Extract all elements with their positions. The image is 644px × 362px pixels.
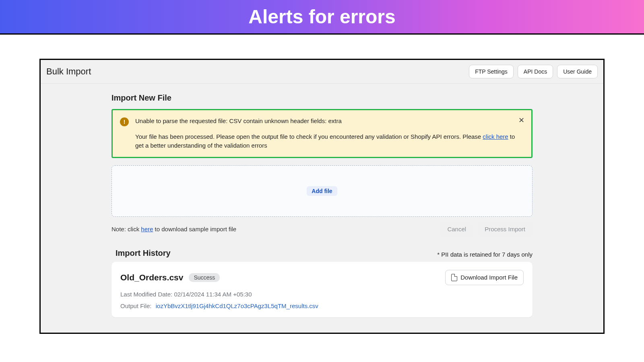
- user-guide-button[interactable]: User Guide: [557, 65, 598, 78]
- close-icon[interactable]: ✕: [517, 116, 526, 125]
- history-section-title: Import History: [116, 249, 171, 258]
- file-icon: [451, 274, 457, 281]
- warning-icon: !: [120, 117, 129, 126]
- cancel-button[interactable]: Cancel: [440, 222, 473, 237]
- pii-retention-note: * PII data is retained for 7 days only: [437, 251, 533, 258]
- output-file-row: Output File: iozYbBvzX1tlj91Gj4hkCd1QLz7…: [120, 302, 524, 309]
- app-header: Bulk Import FTP Settings API Docs User G…: [41, 60, 603, 84]
- banner-title: Alerts for errors: [248, 6, 395, 28]
- page-banner: Alerts for errors: [0, 0, 644, 35]
- alert-click-here-link[interactable]: click here: [483, 133, 508, 140]
- history-item: Old_Orders.csv Success Download Import F…: [111, 262, 533, 317]
- api-docs-button[interactable]: API Docs: [518, 65, 553, 78]
- process-import-button[interactable]: Process Import: [477, 222, 533, 237]
- page-title: Bulk Import: [46, 66, 91, 77]
- download-import-file-button[interactable]: Download Import File: [445, 270, 524, 285]
- history-filename: Old_Orders.csv: [120, 273, 183, 282]
- output-file-link[interactable]: iozYbBvzX1tlj91Gj4hkCd1QLz7o3cPAgz3L5qTM…: [156, 302, 318, 309]
- alert-message-secondary: Your file has been processed. Please ope…: [135, 132, 524, 150]
- app-frame: Bulk Import FTP Settings API Docs User G…: [39, 59, 605, 334]
- alert-message-primary: Unable to parse the requested file: CSV …: [135, 117, 524, 126]
- import-section-title: Import New File: [111, 93, 533, 103]
- sample-file-note: Note: click here to download sample impo…: [111, 226, 236, 232]
- file-dropzone[interactable]: Add file: [111, 165, 533, 217]
- error-alert: ! Unable to parse the requested file: CS…: [111, 109, 533, 158]
- ftp-settings-button[interactable]: FTP Settings: [469, 65, 514, 78]
- last-modified-date: Last Modified Date: 02/14/2024 11:34 AM …: [120, 291, 524, 298]
- status-badge: Success: [189, 273, 220, 282]
- sample-download-link[interactable]: here: [141, 226, 153, 232]
- add-file-button[interactable]: Add file: [307, 186, 337, 196]
